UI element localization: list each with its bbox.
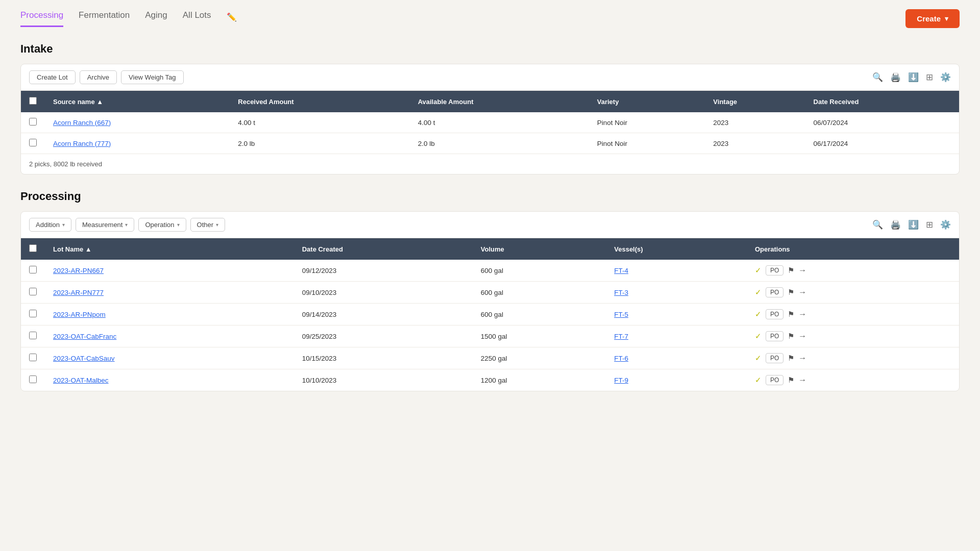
flag-icon-3[interactable]: ⚑ bbox=[788, 332, 794, 341]
po-button-4[interactable]: PO bbox=[766, 353, 783, 363]
processing-settings-icon[interactable]: ⚙️ bbox=[940, 219, 951, 230]
po-button-0[interactable]: PO bbox=[766, 265, 783, 276]
other-caret-icon: ▾ bbox=[216, 222, 218, 228]
nav-tabs: Processing Fermentation Aging All Lots ✏… bbox=[20, 10, 237, 27]
archive-button[interactable]: Archive bbox=[80, 70, 117, 84]
processing-lot-link-3[interactable]: 2023-OAT-CabFranc bbox=[53, 333, 116, 340]
processing-col-date: Date Created bbox=[294, 238, 473, 260]
processing-row-checkbox-4[interactable] bbox=[29, 354, 37, 361]
intake-summary: 2 picks, 8002 lb received bbox=[21, 154, 959, 174]
create-lot-button[interactable]: Create Lot bbox=[29, 70, 76, 84]
arrow-icon-2[interactable]: → bbox=[798, 310, 806, 319]
intake-received-cell: 2.0 lb bbox=[230, 133, 409, 154]
intake-date-cell: 06/17/2024 bbox=[805, 133, 959, 154]
intake-source-cell: Acorn Ranch (667) bbox=[45, 112, 230, 133]
processing-row-checkbox-5[interactable] bbox=[29, 375, 37, 383]
intake-available-cell: 2.0 lb bbox=[410, 133, 589, 154]
intake-row-checkbox-cell bbox=[21, 133, 45, 154]
processing-date-cell: 09/10/2023 bbox=[294, 282, 473, 304]
processing-columns-icon[interactable]: ⊞ bbox=[926, 219, 933, 230]
processing-lot-cell: 2023-AR-PNpom bbox=[45, 304, 294, 325]
settings-icon[interactable]: ⚙️ bbox=[940, 72, 951, 83]
filter-other[interactable]: Other ▾ bbox=[190, 218, 226, 232]
processing-vessel-link-1[interactable]: FT-3 bbox=[614, 289, 628, 296]
download-icon[interactable]: ⬇️ bbox=[908, 72, 919, 83]
processing-vessel-link-0[interactable]: FT-4 bbox=[614, 267, 628, 274]
view-weigh-tag-button[interactable]: View Weigh Tag bbox=[121, 70, 184, 84]
measurement-caret-icon: ▾ bbox=[125, 222, 128, 228]
intake-select-all-checkbox[interactable] bbox=[29, 97, 37, 105]
processing-row: 2023-AR-PN667 09/12/2023 600 gal FT-4 ✓ … bbox=[21, 260, 959, 282]
po-button-5[interactable]: PO bbox=[766, 375, 783, 385]
po-button-1[interactable]: PO bbox=[766, 287, 783, 297]
flag-icon-2[interactable]: ⚑ bbox=[788, 310, 794, 319]
po-button-3[interactable]: PO bbox=[766, 331, 783, 341]
flag-icon-4[interactable]: ⚑ bbox=[788, 354, 794, 363]
flag-icon-0[interactable]: ⚑ bbox=[788, 266, 794, 275]
processing-vessel-cell: FT-9 bbox=[606, 369, 747, 391]
intake-row-checkbox-1[interactable] bbox=[29, 139, 37, 146]
processing-date-cell: 09/25/2023 bbox=[294, 325, 473, 347]
processing-row-checkbox-cell bbox=[21, 282, 45, 304]
processing-select-all-checkbox[interactable] bbox=[29, 244, 37, 252]
create-chevron-icon: ▾ bbox=[945, 15, 948, 22]
operation-caret-icon: ▾ bbox=[177, 222, 180, 228]
arrow-icon-5[interactable]: → bbox=[798, 375, 806, 385]
intake-toolbar-left: Create Lot Archive View Weigh Tag bbox=[29, 70, 184, 84]
processing-print-icon[interactable]: 🖨️ bbox=[890, 219, 901, 230]
processing-lot-link-5[interactable]: 2023-OAT-Malbec bbox=[53, 377, 109, 384]
processing-row-checkbox-cell bbox=[21, 304, 45, 325]
filter-operation[interactable]: Operation ▾ bbox=[138, 218, 186, 232]
tab-fermentation[interactable]: Fermentation bbox=[79, 10, 130, 27]
processing-lot-link-4[interactable]: 2023-OAT-CabSauv bbox=[53, 355, 115, 362]
print-icon[interactable]: 🖨️ bbox=[890, 72, 901, 83]
tab-processing[interactable]: Processing bbox=[20, 10, 63, 27]
processing-row-checkbox-0[interactable] bbox=[29, 266, 37, 273]
processing-lot-cell: 2023-OAT-CabFranc bbox=[45, 325, 294, 347]
create-button[interactable]: Create ▾ bbox=[905, 9, 960, 28]
processing-vessel-cell: FT-7 bbox=[606, 325, 747, 347]
processing-lot-link-0[interactable]: 2023-AR-PN667 bbox=[53, 267, 104, 274]
processing-row-checkbox-2[interactable] bbox=[29, 310, 37, 317]
processing-vessel-link-4[interactable]: FT-6 bbox=[614, 355, 628, 362]
processing-volume-cell: 1200 gal bbox=[473, 369, 606, 391]
check-icon-3: ✓ bbox=[755, 332, 762, 341]
processing-date-cell: 09/14/2023 bbox=[294, 304, 473, 325]
processing-row-checkbox-cell bbox=[21, 347, 45, 369]
processing-download-icon[interactable]: ⬇️ bbox=[908, 219, 919, 230]
filter-measurement[interactable]: Measurement ▾ bbox=[76, 218, 134, 232]
processing-search-icon[interactable]: 🔍 bbox=[872, 219, 883, 230]
intake-source-link-0[interactable]: Acorn Ranch (667) bbox=[53, 119, 111, 127]
tab-aging[interactable]: Aging bbox=[145, 10, 167, 27]
arrow-icon-0[interactable]: → bbox=[798, 266, 806, 275]
tab-all-lots[interactable]: All Lots bbox=[183, 10, 211, 27]
filter-addition[interactable]: Addition ▾ bbox=[29, 218, 71, 232]
processing-vessel-link-3[interactable]: FT-7 bbox=[614, 333, 628, 340]
arrow-icon-1[interactable]: → bbox=[798, 288, 806, 297]
po-button-2[interactable]: PO bbox=[766, 309, 783, 319]
processing-row: 2023-AR-PNpom 09/14/2023 600 gal FT-5 ✓ … bbox=[21, 304, 959, 325]
flag-icon-1[interactable]: ⚑ bbox=[788, 288, 794, 297]
intake-col-received: Received Amount bbox=[230, 91, 409, 112]
columns-icon[interactable]: ⊞ bbox=[926, 72, 933, 83]
processing-lot-link-1[interactable]: 2023-AR-PN777 bbox=[53, 289, 104, 296]
processing-vessel-link-5[interactable]: FT-9 bbox=[614, 377, 628, 384]
processing-row-checkbox-1[interactable] bbox=[29, 288, 37, 295]
processing-row-checkbox-3[interactable] bbox=[29, 332, 37, 339]
intake-source-link-1[interactable]: Acorn Ranch (777) bbox=[53, 140, 111, 147]
check-icon-2: ✓ bbox=[755, 310, 762, 319]
processing-date-cell: 10/15/2023 bbox=[294, 347, 473, 369]
processing-col-volume: Volume bbox=[473, 238, 606, 260]
check-icon-0: ✓ bbox=[755, 266, 762, 275]
edit-icon[interactable]: ✏️ bbox=[227, 12, 237, 27]
intake-row-checkbox-0[interactable] bbox=[29, 118, 37, 126]
arrow-icon-3[interactable]: → bbox=[798, 332, 806, 341]
search-icon[interactable]: 🔍 bbox=[872, 72, 883, 83]
processing-vessel-link-2[interactable]: FT-5 bbox=[614, 311, 628, 318]
processing-lot-link-2[interactable]: 2023-AR-PNpom bbox=[53, 311, 106, 318]
intake-row-checkbox-cell bbox=[21, 112, 45, 133]
arrow-icon-4[interactable]: → bbox=[798, 354, 806, 363]
flag-icon-5[interactable]: ⚑ bbox=[788, 375, 794, 385]
intake-available-cell: 4.00 t bbox=[410, 112, 589, 133]
processing-vessel-cell: FT-4 bbox=[606, 260, 747, 282]
